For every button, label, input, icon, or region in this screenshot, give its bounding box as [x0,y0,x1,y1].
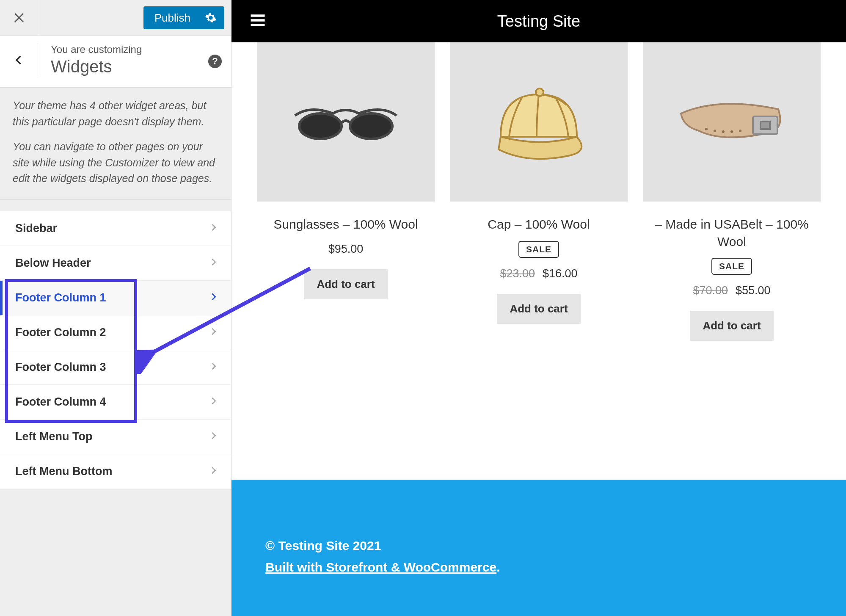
product-image[interactable] [257,42,435,202]
widget-area-item[interactable]: Footer Column 4 [0,385,231,420]
sale-badge: SALE [518,241,559,258]
svg-point-7 [714,130,716,132]
widget-area-label: Footer Column 2 [15,326,106,339]
widget-area-label: Sidebar [15,222,57,235]
widget-area-item[interactable]: Footer Column 2 [0,315,231,350]
site-title: Testing Site [267,12,810,30]
publish-settings[interactable] [201,12,224,24]
widget-area-item[interactable]: Footer Column 3 [0,350,231,385]
widget-area-label: Left Menu Top [15,430,92,443]
product-grid: Sunglasses – 100% Wool$95.00Add to cartC… [231,42,846,480]
footer-credit-suffix: . [496,560,500,574]
svg-point-6 [705,128,708,130]
svg-point-3 [536,88,543,96]
widget-area-item[interactable]: Left Menu Bottom [0,454,231,489]
add-to-cart-button[interactable]: Add to cart [497,294,580,324]
add-to-cart-button[interactable]: Add to cart [690,311,773,341]
chevron-right-icon [209,361,218,374]
footer-copyright: © Testing Site 2021 [265,535,812,556]
chevron-right-icon [209,395,218,409]
publish-label: Publish [143,11,201,25]
hamburger-menu[interactable] [248,11,267,31]
svg-point-8 [722,130,725,133]
add-to-cart-button[interactable]: Add to cart [304,269,387,299]
svg-point-10 [739,130,741,132]
notice-line: Your theme has 4 other widget areas, but… [13,98,218,130]
widget-area-label: Below Header [15,257,91,270]
widget-area-label: Footer Column 1 [15,291,106,304]
close-icon [12,11,26,25]
notice-line: You can navigate to other pages on your … [13,139,218,187]
product-title[interactable]: Sunglasses – 100% Wool [257,216,435,233]
chevron-right-icon [209,291,218,304]
sale-badge: SALE [711,258,752,275]
customizing-label: You are customizing [51,44,208,55]
product-card: – Made in USABelt – 100% WoolSALE$70.00$… [643,42,821,480]
help-icon: ? [212,56,218,67]
preview-footer: © Testing Site 2021 Built with Storefron… [231,480,846,616]
customizer-topbar: Publish [0,0,231,36]
site-preview: Testing Site Sunglasses – 100% Wool$95.0… [231,0,846,616]
price-current: $95.00 [328,243,364,255]
price-old: $23.00 [500,267,535,280]
product-image[interactable] [450,42,628,202]
svg-point-2 [350,113,392,139]
product-image[interactable] [643,42,821,202]
widget-notice: Your theme has 4 other widget areas, but… [0,88,231,199]
gear-icon [205,12,217,24]
product-price: $95.00 [257,243,435,256]
product-price: $70.00$55.00 [643,284,821,297]
widget-area-item[interactable]: Sidebar [0,211,231,246]
chevron-right-icon [209,326,218,339]
help-button[interactable]: ? [208,55,222,68]
price-current: $55.00 [736,284,771,297]
chevron-right-icon [209,430,218,443]
svg-rect-5 [761,122,770,129]
chevron-left-icon [13,54,25,66]
publish-button[interactable]: Publish [143,6,224,29]
widget-area-label: Footer Column 3 [15,361,106,374]
price-old: $70.00 [693,284,728,297]
chevron-right-icon [209,222,218,235]
back-button[interactable] [0,44,38,76]
product-title[interactable]: – Made in USABelt – 100% Wool [643,216,821,250]
product-card: Cap – 100% WoolSALE$23.00$16.00Add to ca… [450,42,628,480]
chevron-right-icon [209,465,218,478]
widget-area-item[interactable]: Below Header [0,246,231,281]
chevron-right-icon [209,257,218,270]
product-card: Sunglasses – 100% Wool$95.00Add to cart [257,42,435,480]
widget-area-item[interactable]: Left Menu Top [0,420,231,454]
customizer-heading: You are customizing Widgets ? [0,36,231,88]
widget-area-list: SidebarBelow HeaderFooter Column 1Footer… [0,211,231,489]
footer-credit-link[interactable]: Built with Storefront & WooCommerce [265,560,496,574]
panel-title: Widgets [51,57,208,76]
widget-area-label: Footer Column 4 [15,395,106,409]
hamburger-icon [248,11,267,30]
widget-area-item[interactable]: Footer Column 1 [0,281,231,315]
svg-point-9 [730,130,733,133]
customizer-panel: Publish You are customizing Widgets ? Yo… [0,0,231,616]
svg-point-1 [299,113,342,139]
price-current: $16.00 [543,267,578,280]
product-price: $23.00$16.00 [450,267,628,280]
product-title[interactable]: Cap – 100% Wool [450,216,628,233]
widget-area-label: Left Menu Bottom [15,465,112,478]
close-button[interactable] [0,0,38,36]
preview-header: Testing Site [231,0,846,42]
